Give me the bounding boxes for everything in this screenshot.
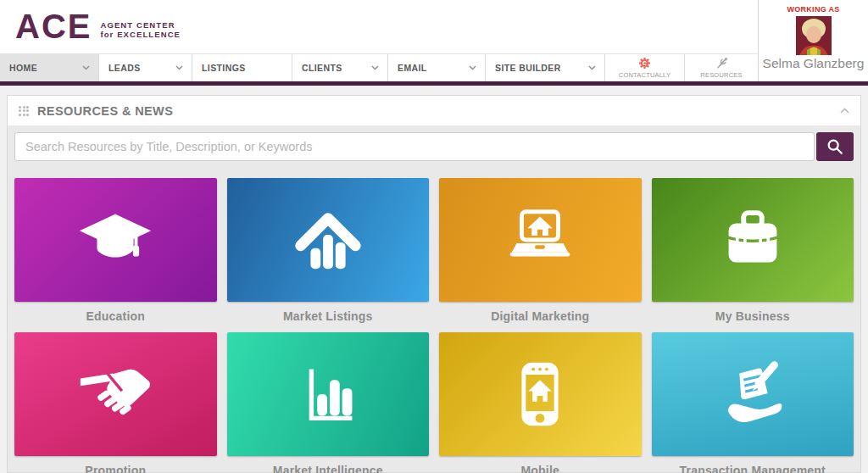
logo-line1: AGENT CENTER bbox=[100, 20, 175, 30]
graduation-cap-icon bbox=[74, 198, 157, 281]
panel-title: RESOURCES & NEWS bbox=[37, 104, 173, 118]
tab-contactually[interactable]: CONTACTUALLY bbox=[605, 54, 685, 81]
tile-grid: Education Market Listings bbox=[14, 178, 854, 473]
tab-clients[interactable]: CLIENTS bbox=[292, 54, 388, 81]
tab-email[interactable]: EMAIL bbox=[388, 54, 486, 81]
tab-home[interactable]: HOME bbox=[0, 54, 99, 81]
resources-news-panel: RESOURCES & NEWS bbox=[7, 95, 861, 473]
agent-name: Selma Glanzberg bbox=[759, 56, 868, 71]
agent-photo bbox=[796, 16, 832, 55]
tile-label: Market Intelligence bbox=[227, 464, 430, 473]
tab-site-builder[interactable]: SITE BUILDER bbox=[486, 54, 605, 81]
tab-leads[interactable]: LEADS bbox=[99, 54, 192, 81]
search-input[interactable] bbox=[14, 132, 815, 161]
tile-cell-mobile: Mobile bbox=[439, 332, 642, 473]
logo-line2: for EXCELLENCE bbox=[100, 30, 181, 39]
tab-email-label: EMAIL bbox=[398, 63, 427, 73]
handshake-icon bbox=[74, 353, 157, 436]
tile-cell-promotion: Promotion bbox=[14, 332, 217, 473]
smartphone-house-icon bbox=[498, 353, 581, 436]
chevron-down-icon bbox=[469, 65, 476, 70]
agent-panel[interactable]: WORKING AS Selma Glanzberg bbox=[758, 0, 868, 81]
search-button[interactable] bbox=[816, 132, 854, 161]
tile-label: Market Listings bbox=[227, 309, 430, 323]
tile-transaction-management[interactable] bbox=[652, 332, 854, 456]
top-header: ACE AGENT CENTER for EXCELLENCE bbox=[0, 0, 868, 53]
working-as-label: WORKING AS bbox=[759, 5, 868, 14]
tile-cell-market-intelligence: Market Intelligence bbox=[227, 332, 430, 473]
chevron-down-icon bbox=[371, 65, 379, 70]
logo-acronym: ACE bbox=[15, 9, 92, 43]
tab-listings[interactable]: LISTINGS bbox=[192, 54, 292, 81]
tile-market-intelligence[interactable] bbox=[227, 332, 430, 456]
tile-cell-transaction-management: Transaction Management bbox=[652, 332, 854, 473]
document-hand-icon bbox=[711, 353, 794, 436]
panel-header: RESOURCES & NEWS bbox=[8, 96, 860, 125]
tools-icon bbox=[715, 57, 728, 70]
main-navbar: HOME LEADS LISTINGS CLIENTS EMAIL SITE B… bbox=[0, 53, 758, 81]
tile-promotion[interactable] bbox=[14, 332, 217, 456]
search-row bbox=[14, 132, 854, 161]
tile-cell-market-listings: Market Listings bbox=[227, 178, 430, 332]
collapse-button[interactable] bbox=[840, 108, 849, 114]
tile-cell-education: Education bbox=[14, 178, 217, 332]
chevron-down-icon bbox=[82, 65, 90, 70]
tab-leads-label: LEADS bbox=[108, 63, 141, 73]
tile-label: Transaction Management bbox=[652, 464, 854, 473]
tab-clients-label: CLIENTS bbox=[302, 63, 342, 73]
tile-cell-my-business: My Business bbox=[652, 178, 854, 332]
chevron-down-icon bbox=[175, 65, 183, 70]
tile-mobile[interactable] bbox=[439, 332, 642, 456]
search-icon bbox=[826, 137, 844, 156]
briefcase-icon bbox=[711, 198, 794, 281]
tile-label: Digital Marketing bbox=[439, 309, 642, 323]
chevron-up-icon bbox=[840, 108, 849, 114]
logo-subtext: AGENT CENTER for EXCELLENCE bbox=[100, 20, 181, 39]
tab-site-builder-label: SITE BUILDER bbox=[495, 63, 561, 73]
tile-market-listings[interactable] bbox=[227, 178, 430, 302]
laptop-house-icon bbox=[498, 198, 581, 281]
tile-digital-marketing[interactable] bbox=[439, 178, 642, 302]
tile-education[interactable] bbox=[14, 178, 217, 302]
panel-body: Education Market Listings bbox=[8, 125, 860, 472]
bar-chart-icon bbox=[287, 353, 370, 436]
tile-label: My Business bbox=[652, 309, 854, 323]
tile-label: Mobile bbox=[439, 464, 642, 473]
tile-my-business[interactable] bbox=[652, 178, 854, 302]
tab-resources-label: RESOURCES bbox=[700, 71, 742, 79]
chevron-down-icon bbox=[588, 65, 596, 70]
nav-accent-bar bbox=[0, 81, 868, 86]
tab-listings-label: LISTINGS bbox=[202, 63, 246, 73]
ace-logo[interactable]: ACE AGENT CENTER for EXCELLENCE bbox=[15, 9, 181, 43]
tab-contactually-label: CONTACTUALLY bbox=[619, 71, 670, 79]
tile-cell-digital-marketing: Digital Marketing bbox=[439, 178, 642, 332]
tab-home-label: HOME bbox=[9, 63, 37, 73]
contactually-gear-icon bbox=[638, 57, 651, 70]
tile-label: Education bbox=[14, 309, 217, 323]
tile-label: Promotion bbox=[14, 464, 217, 473]
tab-resources[interactable]: RESOURCES bbox=[685, 54, 758, 81]
house-bars-icon bbox=[287, 198, 370, 281]
grid-dots-icon[interactable] bbox=[19, 106, 29, 116]
